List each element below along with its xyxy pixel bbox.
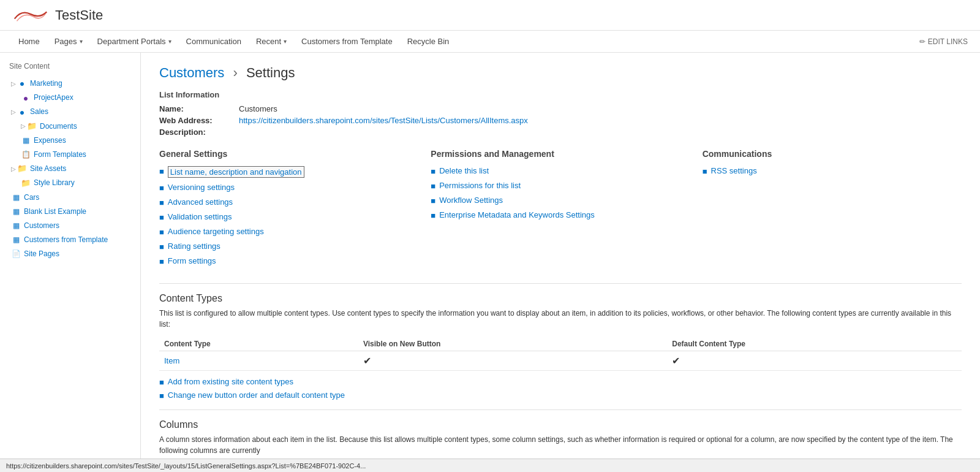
breadcrumb-parent[interactable]: Customers <box>159 65 224 80</box>
nav-recent[interactable]: Recent ▾ <box>250 31 293 53</box>
columns-section: Columns A column stores information abou… <box>159 419 962 456</box>
main-layout: Site Content ▷ ● Marketing ● ProjectApex… <box>0 53 980 470</box>
nav-department-portals[interactable]: Department Portals ▾ <box>91 31 178 53</box>
delete-list-link[interactable]: Delete this list <box>439 166 489 175</box>
content-types-table: Content Type Visible on New Button Defau… <box>159 337 962 371</box>
expand-icon[interactable]: ▷ <box>21 121 26 131</box>
permissions-title: Permissions and Management <box>431 149 690 159</box>
general-settings-col: General Settings ■ List name, descriptio… <box>159 149 418 271</box>
metadata-link[interactable]: Enterprise Metadata and Keywords Setting… <box>439 210 595 219</box>
col-content-type: Content Type <box>159 337 358 351</box>
audience-settings-link[interactable]: Audience targeting settings <box>168 227 264 236</box>
bullet-icon: ■ <box>431 181 435 191</box>
circle-icon: ● <box>17 79 27 89</box>
communications-col: Communications ■ RSS settings <box>703 149 962 271</box>
bullet-icon: ■ <box>159 213 164 222</box>
settings-link-versioning: ■ Versioning settings <box>159 183 418 192</box>
sidebar-item-site-assets[interactable]: ▷ 📁 Site Assets <box>6 162 134 176</box>
ct-type-cell[interactable]: Item <box>159 351 358 371</box>
sidebar-item-cars[interactable]: ▦ Cars <box>6 191 134 205</box>
nav-bar: Home Pages ▾ Department Portals ▾ Commun… <box>0 31 980 53</box>
table-header-row: Content Type Visible on New Button Defau… <box>159 337 962 351</box>
nav-communication[interactable]: Communication <box>180 31 247 53</box>
bullet-icon: ■ <box>431 211 435 220</box>
sidebar-title: Site Content <box>6 62 134 70</box>
bullet-icon: ■ <box>159 227 164 237</box>
sidebar-item-customers[interactable]: ▦ Customers <box>6 219 134 233</box>
breadcrumb-separator: › <box>233 65 237 80</box>
sidebar-item-site-pages[interactable]: 📄 Site Pages <box>6 247 134 261</box>
settings-link-audience: ■ Audience targeting settings <box>159 227 418 237</box>
nav-customers-from-template[interactable]: Customers from Template <box>295 31 399 53</box>
sidebar-item-expenses[interactable]: ▦ Expenses <box>6 134 134 148</box>
settings-link-permissions: ■ Permissions for this list <box>431 181 690 191</box>
info-row-description: Description: <box>159 128 962 137</box>
bullet-icon: ■ <box>159 257 164 266</box>
site-title: TestSite <box>55 7 103 23</box>
expand-icon[interactable]: ▷ <box>11 107 16 117</box>
sidebar-item-customers-from-template[interactable]: ▦ Customers from Template <box>6 233 134 247</box>
chevron-down-icon: ▾ <box>168 38 172 45</box>
edit-links-button[interactable]: ✏ EDIT LINKS <box>919 37 968 46</box>
validation-settings-link[interactable]: Validation settings <box>168 212 232 221</box>
site-logo[interactable]: TestSite <box>12 3 103 28</box>
sidebar-item-sales[interactable]: ▷ ● Sales <box>6 105 134 119</box>
pages-icon: 📄 <box>11 249 21 259</box>
versioning-settings-link[interactable]: Versioning settings <box>168 183 235 192</box>
sidebar-item-documents[interactable]: ▷ 📁 Documents <box>6 120 134 134</box>
list-icon: ▦ <box>11 221 21 230</box>
nav-recycle-bin[interactable]: Recycle Bin <box>401 31 456 53</box>
settings-grid: General Settings ■ List name, descriptio… <box>159 149 962 271</box>
ct-visible-cell: ✔ <box>358 351 667 371</box>
bullet-icon: ■ <box>159 167 164 176</box>
expand-icon[interactable]: ▷ <box>11 164 16 174</box>
change-button-order-link[interactable]: Change new button order and default cont… <box>168 390 345 400</box>
folder-icon: 📁 <box>21 178 31 188</box>
bullet-icon: ■ <box>159 391 164 400</box>
settings-link-rating: ■ Rating settings <box>159 242 418 251</box>
info-row-name: Name: Customers <box>159 104 962 113</box>
bullet-icon: ■ <box>159 378 164 387</box>
status-bar: https://citizenbuilders.sharepoint.com/s… <box>0 459 980 470</box>
sidebar-item-projectapex[interactable]: ● ProjectApex <box>6 91 134 105</box>
columns-title: Columns <box>159 419 962 430</box>
logo-image <box>12 3 49 28</box>
breadcrumb-current: Settings <box>246 65 295 80</box>
add-from-existing-link[interactable]: Add from existing site content types <box>168 377 293 386</box>
ct-links: ■ Add from existing site content types ■… <box>159 377 962 400</box>
workflow-settings-link[interactable]: Workflow Settings <box>439 196 503 205</box>
nav-pages[interactable]: Pages ▾ <box>48 31 89 53</box>
list-icon: ▦ <box>11 207 21 216</box>
sidebar: Site Content ▷ ● Marketing ● ProjectApex… <box>0 53 141 470</box>
settings-link-metadata: ■ Enterprise Metadata and Keywords Setti… <box>431 210 690 220</box>
permissions-list-link[interactable]: Permissions for this list <box>439 181 521 190</box>
info-table: Name: Customers Web Address: https://cit… <box>159 104 962 137</box>
sidebar-item-marketing[interactable]: ▷ ● Marketing <box>6 77 134 91</box>
columns-description: A column stores information about each i… <box>159 434 962 456</box>
bullet-icon: ■ <box>431 167 435 176</box>
sidebar-item-form-templates[interactable]: 📋 Form Templates <box>6 148 134 162</box>
web-address-link[interactable]: https://citizenbuilders.sharepoint.com/s… <box>239 116 528 125</box>
description-label: Description: <box>159 128 239 137</box>
rating-settings-link[interactable]: Rating settings <box>168 242 221 251</box>
general-settings-title: General Settings <box>159 149 418 159</box>
col-visible: Visible on New Button <box>358 337 667 351</box>
pencil-icon: ✏ <box>919 37 925 46</box>
web-address-label: Web Address: <box>159 116 239 125</box>
sidebar-item-style-library[interactable]: 📁 Style Library <box>6 176 134 190</box>
circle-icon: ● <box>21 93 31 103</box>
content-types-description: This list is configured to allow multipl… <box>159 308 962 330</box>
rss-settings-link[interactable]: RSS settings <box>711 166 757 175</box>
sidebar-item-blank-list[interactable]: ▦ Blank List Example <box>6 205 134 219</box>
advanced-settings-link[interactable]: Advanced settings <box>168 197 233 207</box>
expand-icon[interactable]: ▷ <box>11 79 16 89</box>
bullet-icon: ■ <box>159 198 164 207</box>
chevron-down-icon: ▾ <box>284 38 287 45</box>
top-bar: TestSite <box>0 0 980 31</box>
name-label: Name: <box>159 104 239 113</box>
form-settings-link[interactable]: Form settings <box>168 256 216 265</box>
list-name-desc-link[interactable]: List name, description and navigation <box>168 166 304 178</box>
nav-home[interactable]: Home <box>12 31 46 53</box>
settings-link-name-desc: ■ List name, description and navigation <box>159 166 418 178</box>
content-types-title: Content Types <box>159 293 962 304</box>
